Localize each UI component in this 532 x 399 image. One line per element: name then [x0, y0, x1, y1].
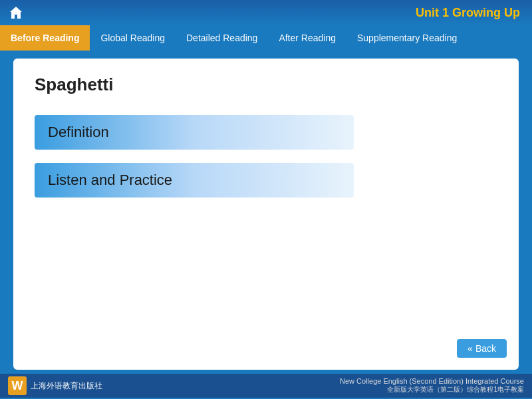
- nav-tabs: Before Reading Global Reading Detailed R…: [0, 25, 532, 51]
- publisher-name: 上海外语教育出版社: [31, 380, 102, 392]
- back-chevron-icon: «: [467, 343, 473, 354]
- footer-line2: 全新版大学英语（第二版）综合教程1电子教案: [340, 385, 524, 394]
- tab-before-reading[interactable]: Before Reading: [0, 25, 90, 51]
- footer-right-text: New College English (Second Edition) Int…: [340, 377, 524, 394]
- home-icon[interactable]: [7, 3, 25, 22]
- tab-global-reading[interactable]: Global Reading: [90, 25, 176, 51]
- header: Unit 1 Growing Up: [0, 0, 532, 25]
- tab-detailed-reading[interactable]: Detailed Reading: [176, 25, 268, 51]
- footer: W 上海外语教育出版社 New College English (Second …: [0, 374, 532, 398]
- svg-marker-0: [10, 7, 22, 19]
- definition-button[interactable]: Definition: [35, 115, 354, 150]
- logo-w-letter: W: [8, 376, 27, 395]
- listen-practice-button[interactable]: Listen and Practice: [35, 163, 354, 198]
- back-label: Back: [475, 343, 496, 354]
- page-title: Spaghetti: [35, 74, 497, 95]
- publisher-logo: W 上海外语教育出版社: [8, 376, 102, 395]
- main-content: Spaghetti Definition Listen and Practice…: [13, 59, 519, 370]
- unit-title: Unit 1 Growing Up: [416, 6, 520, 20]
- back-button[interactable]: « Back: [457, 339, 507, 358]
- tab-after-reading[interactable]: After Reading: [268, 25, 346, 51]
- footer-line1: New College English (Second Edition) Int…: [340, 377, 524, 385]
- tab-supplementary-reading[interactable]: Supplementary Reading: [346, 25, 467, 51]
